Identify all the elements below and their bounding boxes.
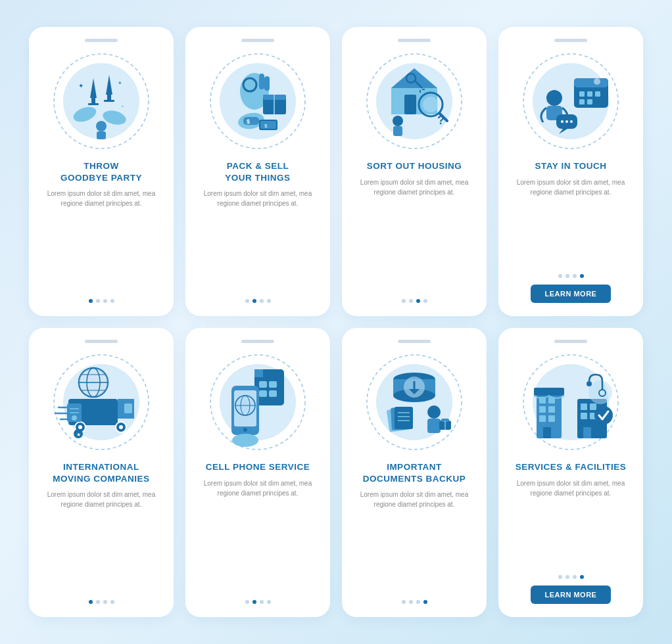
svg-rect-43 [393, 126, 402, 136]
svg-rect-6 [107, 95, 111, 100]
svg-rect-90 [259, 381, 267, 388]
svg-rect-134 [590, 403, 596, 410]
card-notch [241, 340, 274, 343]
pack-illustration: $ $ [205, 49, 310, 154]
svg-text:$: $ [264, 123, 268, 129]
svg-point-42 [393, 116, 403, 126]
card-body: Lorem ipsum dolor sit dim amet, mea regi… [39, 490, 163, 593]
svg-point-54 [594, 78, 600, 85]
dot-4 [580, 274, 584, 278]
svg-rect-28 [260, 121, 276, 129]
svg-rect-25 [243, 117, 259, 125]
svg-rect-50 [587, 91, 592, 97]
dot-2 [565, 575, 569, 579]
svg-text:✦: ✦ [121, 104, 124, 108]
housing-illustration: ? [362, 49, 467, 154]
svg-marker-89 [254, 369, 263, 377]
card-international-moving: ★ INTERNATIONALMOVING COMPANIES Lorem ip… [29, 328, 174, 617]
facilities-illustration [518, 350, 623, 455]
dot-4 [110, 299, 114, 303]
dot-1 [245, 600, 249, 604]
card-title: SERVICES & FACILITIES [516, 461, 627, 473]
party-illustration: ✦ ✦ ✦ [49, 49, 154, 154]
card-title: PACK & SELLYOUR THINGS [225, 160, 290, 183]
svg-rect-117 [395, 407, 413, 429]
dot-4 [110, 600, 114, 604]
card-title: IMPORTANTDOCUMENTS BACKUP [363, 461, 466, 484]
svg-rect-3 [91, 98, 95, 103]
dot-1 [89, 600, 93, 604]
card-body: Lorem ipsum dolor sit dim amet, mea regi… [352, 177, 476, 292]
card-body: Lorem ipsum dolor sit dim amet, mea regi… [352, 490, 476, 593]
svg-point-110 [427, 405, 441, 419]
pagination-dots [89, 600, 114, 604]
dot-3 [416, 299, 420, 303]
svg-text:★: ★ [76, 432, 81, 438]
svg-point-55 [546, 90, 562, 106]
svg-rect-129 [548, 415, 555, 422]
svg-rect-131 [534, 388, 564, 396]
card-title: INTERNATIONALMOVING COMPANIES [53, 461, 149, 484]
pagination-dots [402, 299, 427, 303]
svg-rect-66 [124, 403, 132, 413]
pagination-dots [558, 274, 584, 278]
card-sort-housing: ? SORT OUT HOUSING Lorem ipsum dolor sit… [342, 27, 487, 316]
card-notch [398, 340, 431, 343]
dot-2 [252, 299, 256, 303]
dot-2 [96, 600, 100, 604]
svg-rect-18 [264, 76, 270, 91]
card-services-facilities: SERVICES & FACILITIES Lorem ipsum dolor … [498, 328, 643, 617]
card-notch [554, 39, 587, 42]
card-grid: ✦ ✦ ✦ THROWGOODBYE PARTY Lorem ipsum dol… [9, 7, 663, 637]
svg-rect-128 [539, 415, 546, 422]
svg-rect-133 [581, 403, 587, 410]
pagination-dots [558, 575, 584, 579]
card-stay-touch: STAY IN TOUCH Lorem ipsum dolor sit dim … [498, 27, 643, 316]
card-notch [85, 340, 118, 343]
svg-text:$: $ [247, 118, 250, 125]
svg-rect-53 [587, 99, 592, 104]
svg-rect-11 [97, 131, 106, 139]
pagination-dots [402, 600, 427, 604]
svg-text:?: ? [437, 114, 444, 127]
dot-1 [402, 600, 406, 604]
svg-rect-48 [574, 78, 608, 87]
dot-3 [103, 299, 107, 303]
svg-point-70 [119, 425, 123, 429]
svg-rect-91 [269, 381, 277, 388]
card-pack-sell: $ $ PACK & SELLYOUR THINGS Lorem ipsum d… [185, 27, 330, 316]
dot-3 [103, 600, 107, 604]
svg-point-83 [72, 415, 77, 421]
card-notch [241, 39, 274, 42]
svg-point-36 [423, 97, 439, 112]
card-notch [85, 39, 118, 42]
svg-rect-49 [579, 91, 585, 97]
svg-point-68 [78, 425, 82, 429]
svg-rect-19 [259, 74, 264, 89]
card-throw-goodbye-party: ✦ ✦ ✦ THROWGOODBYE PARTY Lorem ipsum dol… [29, 27, 174, 316]
dot-3 [573, 274, 577, 278]
svg-point-61 [570, 120, 573, 123]
learn-more-button-2[interactable]: LEARN MORE [531, 586, 612, 604]
learn-more-button[interactable]: LEARN MORE [531, 285, 612, 303]
dot-4 [423, 299, 427, 303]
svg-rect-52 [579, 99, 585, 104]
dot-1 [402, 299, 406, 303]
pagination-dots [245, 299, 271, 303]
svg-rect-92 [259, 390, 267, 397]
dot-2 [409, 299, 413, 303]
card-body: Lorem ipsum dolor sit dim amet, mea regi… [196, 478, 320, 593]
svg-rect-34 [404, 95, 416, 114]
documents-illustration [362, 350, 467, 455]
dot-2 [565, 274, 569, 278]
svg-rect-111 [427, 419, 441, 433]
dot-2 [409, 600, 413, 604]
moving-illustration: ★ [49, 350, 154, 455]
svg-point-10 [96, 121, 107, 131]
card-title: THROWGOODBYE PARTY [60, 160, 142, 183]
svg-text:✦: ✦ [78, 82, 84, 89]
dot-3 [573, 575, 577, 579]
dot-3 [416, 600, 420, 604]
svg-rect-7 [104, 100, 114, 102]
svg-rect-93 [269, 390, 277, 397]
